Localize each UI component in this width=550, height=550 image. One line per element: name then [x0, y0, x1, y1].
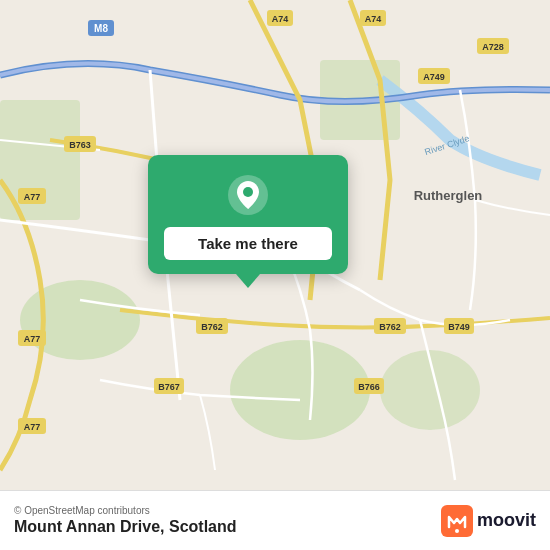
bottom-left-info: © OpenStreetMap contributors Mount Annan… [14, 505, 237, 536]
svg-text:A74: A74 [272, 14, 289, 24]
svg-text:A728: A728 [482, 42, 504, 52]
map-container: M8 A74 A74 A728 A749 B763 A77 A77 A77 B7… [0, 0, 550, 550]
svg-text:A77: A77 [24, 334, 41, 344]
moovit-brand-name: moovit [477, 510, 536, 531]
popup-card: Take me there [148, 155, 348, 274]
take-me-there-button[interactable]: Take me there [164, 227, 332, 260]
svg-text:B762: B762 [379, 322, 401, 332]
location-name: Mount Annan Drive, Scotland [14, 518, 237, 536]
svg-point-4 [230, 340, 370, 440]
bottom-bar: © OpenStreetMap contributors Mount Annan… [0, 490, 550, 550]
svg-text:A77: A77 [24, 192, 41, 202]
svg-text:B767: B767 [158, 382, 180, 392]
svg-text:A749: A749 [423, 72, 445, 82]
svg-text:A77: A77 [24, 422, 41, 432]
svg-text:B749: B749 [448, 322, 470, 332]
moovit-brand-icon [441, 505, 473, 537]
svg-point-39 [455, 529, 459, 533]
svg-text:B762: B762 [201, 322, 223, 332]
svg-point-1 [20, 280, 140, 360]
svg-text:A74: A74 [365, 14, 382, 24]
svg-text:Rutherglen: Rutherglen [414, 188, 483, 203]
svg-point-37 [243, 187, 253, 197]
svg-text:B766: B766 [358, 382, 380, 392]
moovit-logo: moovit [441, 505, 536, 537]
svg-text:M8: M8 [94, 23, 108, 34]
svg-text:B763: B763 [69, 140, 91, 150]
location-pin-icon [226, 173, 270, 217]
osm-attribution: © OpenStreetMap contributors [14, 505, 237, 516]
